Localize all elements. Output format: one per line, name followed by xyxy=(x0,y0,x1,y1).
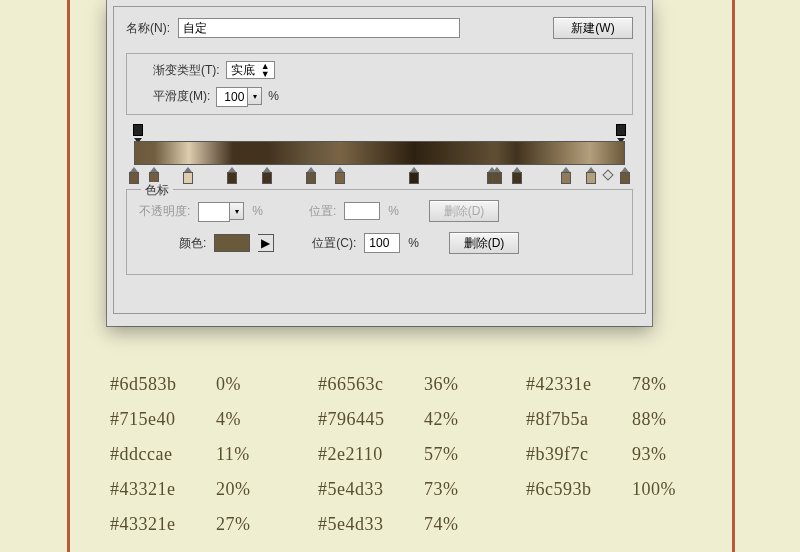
percent-sign: % xyxy=(252,204,263,218)
gradient-type-value: 实底 xyxy=(231,62,255,79)
stop-pct: 78% xyxy=(632,368,732,401)
stop-hex xyxy=(526,508,630,541)
stop-hex: #43321e xyxy=(110,508,214,541)
updown-icon: ▲▼ xyxy=(261,62,270,78)
opacity-input xyxy=(198,202,230,222)
color-location-input[interactable] xyxy=(364,233,400,253)
color-picker-button[interactable]: ▶ xyxy=(258,234,274,252)
name-label: 名称(N): xyxy=(126,20,170,37)
stop-hex: #42331e xyxy=(526,368,630,401)
color-stop[interactable] xyxy=(560,167,572,183)
stop-pct: 74% xyxy=(424,508,524,541)
opacity-dropdown-icon: ▾ xyxy=(230,202,244,220)
opacity-stop-row: 不透明度: ▾ % 位置: % 删除(D) xyxy=(139,200,620,222)
color-stop[interactable] xyxy=(334,167,346,183)
color-stop[interactable] xyxy=(491,167,503,183)
panel-inner: 名称(N): 新建(W) 渐变类型(T): 实底 ▲▼ 平滑度(M): ▾ xyxy=(113,6,646,314)
stop-pct: 57% xyxy=(424,438,524,471)
percent-sign: % xyxy=(388,204,399,218)
color-location-label: 位置(C): xyxy=(312,235,356,252)
stop-hex: #66563c xyxy=(318,368,422,401)
color-stop[interactable] xyxy=(619,167,631,183)
color-stop[interactable] xyxy=(128,167,140,183)
stop-hex: #43321e xyxy=(110,473,214,506)
color-stop[interactable] xyxy=(511,167,523,183)
gradient-type-row: 渐变类型(T): 实底 ▲▼ xyxy=(153,61,620,79)
stop-pct: 100% xyxy=(632,473,732,506)
smoothness-label: 平滑度(M): xyxy=(153,88,210,105)
name-input[interactable] xyxy=(178,18,460,38)
stops-legend: 色标 xyxy=(141,182,173,199)
opacity-stop[interactable] xyxy=(615,125,627,139)
color-stop[interactable] xyxy=(305,167,317,183)
stop-pct: 27% xyxy=(216,508,316,541)
stop-hex: #ddccae xyxy=(110,438,214,471)
midpoint-diamond[interactable] xyxy=(602,169,613,180)
stop-pct: 36% xyxy=(424,368,524,401)
color-stop[interactable] xyxy=(585,167,597,183)
stop-hex: #6d583b xyxy=(110,368,214,401)
gradient-settings-fieldset: 渐变类型(T): 实底 ▲▼ 平滑度(M): ▾ % xyxy=(126,53,633,115)
name-row: 名称(N): 新建(W) xyxy=(126,17,633,39)
stop-hex: #796445 xyxy=(318,403,422,436)
color-stop-table: #6d583b0%#66563c36%#42331e78%#715e404%#7… xyxy=(108,366,734,543)
stop-hex: #2e2110 xyxy=(318,438,422,471)
stop-pct: 73% xyxy=(424,473,524,506)
stop-hex: #b39f7c xyxy=(526,438,630,471)
new-button[interactable]: 新建(W) xyxy=(553,17,633,39)
gradient-type-label: 渐变类型(T): xyxy=(153,62,220,79)
smoothness-input[interactable] xyxy=(216,87,248,107)
opacity-delete-button: 删除(D) xyxy=(429,200,499,222)
color-label: 颜色: xyxy=(179,235,206,252)
smoothness-dropdown-icon[interactable]: ▾ xyxy=(248,87,262,105)
opacity-location-label: 位置: xyxy=(309,203,336,220)
stop-pct: 88% xyxy=(632,403,732,436)
color-stop[interactable] xyxy=(261,167,273,183)
color-stop-row: 颜色: ▶ 位置(C): % 删除(D) xyxy=(139,232,620,254)
opacity-location-input xyxy=(344,202,380,220)
stop-pct xyxy=(632,508,732,541)
stop-pct: 4% xyxy=(216,403,316,436)
opacity-spinner: ▾ xyxy=(198,202,244,220)
stop-hex: #8f7b5a xyxy=(526,403,630,436)
smoothness-spinner[interactable]: ▾ xyxy=(216,87,262,105)
gradient-type-select[interactable]: 实底 ▲▼ xyxy=(226,61,275,79)
color-swatch[interactable] xyxy=(214,234,250,252)
stop-hex: #6c593b xyxy=(526,473,630,506)
stop-pct: 93% xyxy=(632,438,732,471)
gradient-bar[interactable] xyxy=(134,141,625,165)
opacity-stop[interactable] xyxy=(132,125,144,139)
color-stop[interactable] xyxy=(408,167,420,183)
gradient-preview-area xyxy=(126,127,633,183)
stop-pct: 20% xyxy=(216,473,316,506)
opacity-label: 不透明度: xyxy=(139,203,190,220)
percent-sign: % xyxy=(268,89,279,103)
percent-sign: % xyxy=(408,236,419,250)
color-stop[interactable] xyxy=(148,167,160,183)
stops-fieldset: 色标 不透明度: ▾ % 位置: % 删除(D) 颜色: ▶ xyxy=(126,189,633,275)
stop-pct: 0% xyxy=(216,368,316,401)
stop-pct: 11% xyxy=(216,438,316,471)
stop-hex: #5e4d33 xyxy=(318,473,422,506)
color-delete-button[interactable]: 删除(D) xyxy=(449,232,519,254)
stop-pct: 42% xyxy=(424,403,524,436)
gradient-editor-panel: 名称(N): 新建(W) 渐变类型(T): 实底 ▲▼ 平滑度(M): ▾ xyxy=(107,0,652,326)
color-stop[interactable] xyxy=(182,167,194,183)
stop-hex: #715e40 xyxy=(110,403,214,436)
color-stop[interactable] xyxy=(226,167,238,183)
stop-hex: #5e4d33 xyxy=(318,508,422,541)
smoothness-row: 平滑度(M): ▾ % xyxy=(153,87,620,105)
